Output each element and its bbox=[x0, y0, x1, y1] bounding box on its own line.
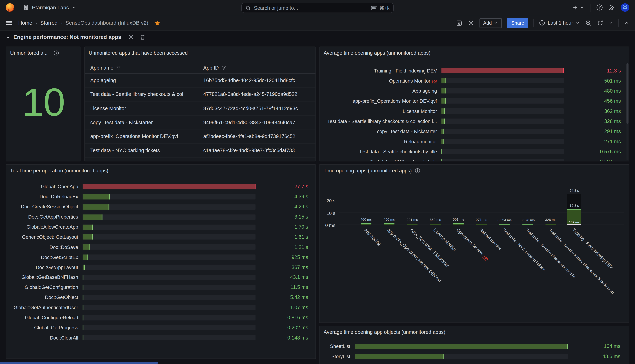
bar-mid-value-label: 12.3 s bbox=[570, 204, 579, 208]
bar-fill bbox=[441, 108, 445, 114]
refresh-icon[interactable] bbox=[597, 20, 603, 26]
bar-track bbox=[441, 139, 564, 144]
bar-label: Doc::GetObject bbox=[6, 294, 78, 300]
bar-fill bbox=[83, 244, 90, 250]
time-range-label: Last 1 hour bbox=[548, 20, 573, 26]
user-avatar[interactable] bbox=[621, 3, 629, 12]
bar-value: 43.6 ms bbox=[572, 354, 629, 359]
row-settings-gear-icon[interactable] bbox=[128, 34, 134, 40]
breadcrumb-home[interactable]: Home bbox=[18, 20, 33, 26]
chart-bar[interactable]: 328 ms Test data - Seattle library check… bbox=[545, 224, 556, 225]
bar-label: Doc::DoReloadEx bbox=[6, 194, 78, 200]
search-bar[interactable]: ⌘+k bbox=[241, 3, 394, 13]
chart-bar[interactable]: 0.534 ms Test data - NYC parking tickets bbox=[499, 224, 510, 225]
bar-value: 271 ms bbox=[568, 139, 629, 144]
share-button[interactable]: Share bbox=[507, 18, 528, 28]
favorite-star-icon[interactable] bbox=[154, 20, 160, 26]
bar-value: 12.3 s bbox=[568, 68, 629, 74]
bar-value: 0.534 ms bbox=[568, 159, 629, 161]
panel-title-row[interactable]: Unmonitored a... bbox=[6, 47, 81, 56]
panel-title-row[interactable]: Total time per operation (unmonitored ap… bbox=[6, 165, 315, 174]
row-collapse-chevron-icon[interactable] bbox=[6, 34, 11, 39]
row-title[interactable]: Engine performance: Not monitored apps bbox=[13, 34, 121, 40]
chart-bar[interactable]: 460 ms App ageing bbox=[361, 223, 371, 225]
bar-value: 4.29 s bbox=[260, 204, 315, 210]
cell-app-name: copy_Test data - Kickstarter bbox=[85, 120, 202, 125]
add-button-label: Add bbox=[483, 20, 492, 26]
chart-bar[interactable]: 24.3 s 12.3 s 189 ms Training - Field in… bbox=[567, 194, 581, 225]
column-header-app-id[interactable]: App ID bbox=[203, 65, 315, 71]
help-icon[interactable] bbox=[596, 4, 603, 11]
apps-table: App name App ID bbox=[85, 62, 315, 161]
bar-label: StoryList bbox=[320, 354, 350, 359]
panel-title-row[interactable]: Time opening apps (unmonitored apps) bbox=[320, 165, 629, 174]
panel-title-row[interactable]: Average time opening apps (unmonitored a… bbox=[320, 47, 629, 56]
bar-fill bbox=[441, 139, 444, 144]
row-delete-trash-icon[interactable] bbox=[140, 34, 146, 40]
bar-label: Global::OpenApp bbox=[6, 184, 78, 190]
bar-track bbox=[355, 354, 568, 359]
column-header-app-name[interactable]: App name bbox=[90, 65, 202, 71]
chart-bar[interactable]: 291 ms copy_Test data - Kickstarter bbox=[407, 224, 418, 225]
bar-segment-light bbox=[567, 224, 581, 225]
bar-track bbox=[441, 88, 564, 94]
bar-fill bbox=[441, 149, 442, 154]
search-input[interactable] bbox=[254, 5, 368, 11]
y-axis-tick: 10 s bbox=[327, 211, 335, 216]
panel-title-row[interactable]: Unmonitored apps that have been accessed bbox=[85, 47, 315, 56]
divider bbox=[533, 19, 534, 27]
breadcrumb-starred[interactable]: Starred bbox=[40, 20, 58, 26]
bar-track bbox=[83, 255, 255, 260]
bar-value: 925 ms bbox=[260, 254, 315, 260]
filter-funnel-icon[interactable] bbox=[221, 65, 226, 70]
bar-value: 367 ms bbox=[260, 264, 315, 270]
gridline-10s bbox=[339, 212, 624, 213]
zoom-out-icon[interactable] bbox=[585, 20, 592, 26]
filter-funnel-icon[interactable] bbox=[116, 65, 121, 70]
add-panel-button[interactable]: Add bbox=[480, 18, 502, 28]
bar-track bbox=[83, 325, 255, 330]
org-switcher[interactable]: Ptarmigan Labs bbox=[23, 4, 77, 10]
org-name: Ptarmigan Labs bbox=[32, 4, 69, 10]
panel-title-row[interactable]: Average time opening app objects (unmoni… bbox=[320, 326, 629, 335]
chart-bar[interactable]: 362 ms License Monitor bbox=[430, 224, 441, 225]
bar-track bbox=[441, 159, 564, 161]
bar-gauge-row: Test data - Seattle library checkouts & … bbox=[320, 116, 629, 126]
chart-bar[interactable]: 456 ms app-prefix_Operations Monitor DEV… bbox=[384, 223, 394, 225]
y-axis-tick: 20 s bbox=[327, 198, 335, 203]
dashboard-settings-gear-icon[interactable] bbox=[468, 20, 474, 26]
scrollbar-horizontal[interactable] bbox=[0, 362, 158, 364]
x-axis-category-label: app-prefix_Operations Monitor DEV.qvf bbox=[387, 228, 442, 283]
add-new-button[interactable] bbox=[572, 4, 584, 10]
bar-value: 328 ms bbox=[568, 118, 629, 124]
menu-hamburger-icon[interactable] bbox=[6, 19, 13, 26]
refresh-interval-chevron-icon[interactable] bbox=[609, 20, 613, 25]
info-icon[interactable] bbox=[54, 50, 59, 56]
scrollbar-vertical[interactable] bbox=[626, 63, 628, 160]
info-icon[interactable] bbox=[415, 168, 420, 174]
bar-track bbox=[83, 285, 255, 290]
cell-app-id: 9499ff61-c9d1-4d80-8843-1094846f0ca7 bbox=[202, 120, 315, 125]
bar-track bbox=[441, 68, 564, 73]
collapse-toolbar-icon[interactable] bbox=[624, 20, 629, 26]
grafana-logo-icon[interactable] bbox=[6, 3, 14, 12]
x-axis-category-label: Test data - NYC parking tickets bbox=[502, 228, 547, 272]
bar-fill bbox=[441, 159, 442, 161]
chart-bar[interactable]: 501 ms Operations Monitor100 bbox=[453, 223, 464, 225]
search-shortcut: ⌘+k bbox=[371, 5, 390, 11]
save-dashboard-icon[interactable] bbox=[456, 20, 463, 26]
bar-segment-green bbox=[407, 224, 418, 225]
bar-segment-green bbox=[361, 223, 371, 225]
bar-gauge-list: Training - Field indexing DEV 12.3 s Ope… bbox=[320, 66, 629, 161]
dashboard-toolbar: Home › Starred › SenseOps dashboard (Inf… bbox=[0, 15, 635, 31]
bar-gauge-row: Reload monitor 271 ms bbox=[320, 136, 629, 146]
bar-track bbox=[441, 98, 564, 104]
chart-bar[interactable]: 0.576 ms Test data - Seattle checkouts b… bbox=[522, 224, 533, 225]
bar-label: Global::AllowCreateApp bbox=[6, 224, 78, 230]
bar-fill bbox=[83, 275, 84, 280]
gridline-20s bbox=[339, 200, 624, 200]
news-rss-icon[interactable] bbox=[609, 4, 615, 11]
bar-value-label: 501 ms bbox=[453, 217, 464, 221]
chart-bar[interactable]: 271 ms Reload monitor bbox=[476, 224, 487, 225]
time-range-picker[interactable]: Last 1 hour bbox=[539, 20, 580, 26]
